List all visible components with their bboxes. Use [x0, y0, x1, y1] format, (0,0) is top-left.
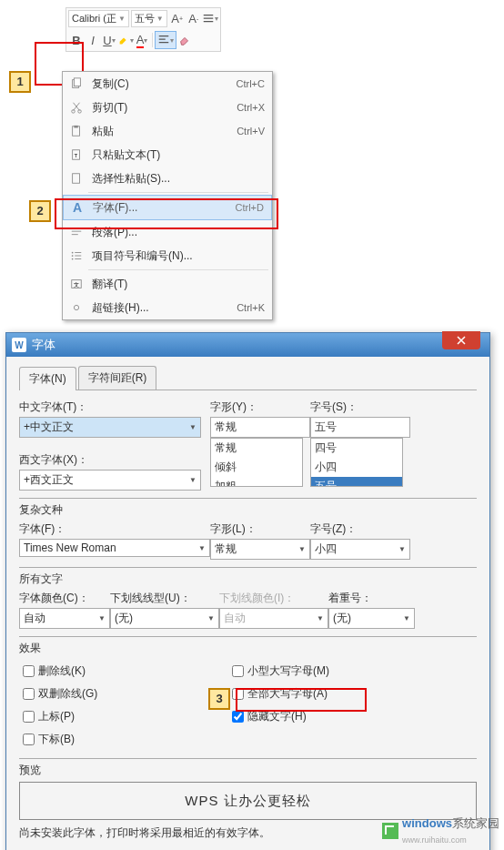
- menu-translate[interactable]: 文翻译(T): [63, 272, 272, 296]
- font-combo[interactable]: Calibri (正▼: [68, 10, 129, 27]
- svg-text:文: 文: [74, 281, 79, 288]
- label-size2: 字号(Z)：: [310, 521, 410, 537]
- step-3: 3: [208, 688, 230, 710]
- highlight-icon[interactable]: ▾: [117, 32, 134, 48]
- highlight-box-2: [55, 198, 278, 229]
- bullets-icon: [66, 249, 86, 262]
- font-dialog: W 字体 字体(N) 字符间距(R) 中文字体(T)： +中文正文▼ 西文字体(…: [5, 332, 490, 850]
- menu-paste-text[interactable]: T只粘贴文本(T): [63, 143, 272, 167]
- label-style: 字形(Y)：: [210, 400, 310, 415]
- ulcolor-combo: 自动▼: [219, 608, 328, 629]
- context-menu: 复制(C)Ctrl+C 剪切(T)Ctrl+X 粘贴Ctrl+V T只粘贴文本(…: [62, 71, 273, 320]
- size-combo[interactable]: 五号▼: [131, 10, 167, 27]
- paste-icon: [66, 125, 86, 137]
- underline-combo[interactable]: (无)▼: [110, 608, 219, 629]
- step-1: 1: [9, 71, 31, 93]
- label-effects: 效果: [19, 641, 477, 656]
- preview-box: WPS 让办公更轻松: [19, 782, 477, 820]
- grow-font-icon[interactable]: A+: [169, 11, 186, 27]
- line-spacing-icon[interactable]: ▾: [202, 11, 218, 27]
- toolbar: Calibri (正▼ 五号▼ A+ A- ▾ B I U▾ ▾ A▾ ▾: [66, 7, 221, 52]
- label-ulcolor: 下划线颜色(I)：: [219, 591, 328, 606]
- paste-special-icon: [66, 172, 86, 185]
- label-emph: 着重号：: [328, 591, 410, 606]
- paste-text-icon: T: [66, 148, 86, 161]
- dialog-header: W 字体: [6, 333, 489, 357]
- close-button[interactable]: [442, 331, 480, 349]
- label-alltext: 所有文字: [19, 572, 477, 587]
- cb-sub[interactable]: 下标(B): [19, 731, 228, 748]
- menu-paste[interactable]: 粘贴Ctrl+V: [63, 119, 272, 143]
- tab-spacing[interactable]: 字符间距(R): [78, 366, 157, 390]
- label-wfont: 西文字体(X)：: [19, 452, 210, 468]
- emph-combo[interactable]: (无)▼: [328, 608, 415, 629]
- svg-point-9: [72, 252, 74, 254]
- app-icon: W: [12, 338, 26, 352]
- link-icon: [66, 301, 86, 314]
- label-preview: 预览: [19, 763, 477, 778]
- label-cfont: 中文字体(T)：: [19, 400, 210, 415]
- watermark-icon: [382, 823, 398, 839]
- shrink-font-icon[interactable]: A-: [186, 11, 202, 27]
- wfont-combo[interactable]: +西文正文▼: [19, 470, 201, 491]
- menu-paste-special[interactable]: 选择性粘贴(S)...: [63, 167, 272, 190]
- cb-scaps[interactable]: 小型大写字母(M): [228, 663, 329, 680]
- cb-sup[interactable]: 上标(P): [19, 708, 228, 725]
- complex-size-combo[interactable]: 小四▼: [310, 539, 410, 560]
- font-color-icon[interactable]: A▾: [134, 32, 150, 48]
- style-list[interactable]: 常规 倾斜 加粗: [210, 438, 303, 487]
- svg-rect-8: [73, 174, 80, 184]
- label-underline: 下划线线型(U)：: [110, 591, 219, 606]
- svg-point-10: [72, 255, 74, 257]
- menu-cut[interactable]: 剪切(T)Ctrl+X: [63, 96, 272, 119]
- label-color: 字体颜色(C)：: [19, 591, 110, 606]
- watermark: windows系统家园 www.ruihaitu.com: [382, 815, 499, 845]
- menu-bullets[interactable]: 项目符号和编号(N)...: [63, 244, 272, 268]
- label-cfont2: 字体(F)：: [19, 521, 210, 537]
- eraser-icon[interactable]: [176, 32, 193, 48]
- menu-copy[interactable]: 复制(C)Ctrl+C: [63, 72, 272, 96]
- align-icon[interactable]: ▾: [155, 31, 176, 49]
- complex-font-combo[interactable]: Times New Roman▼: [19, 539, 210, 557]
- cb-dstrike[interactable]: 双删除线(G): [19, 685, 228, 703]
- color-combo[interactable]: 自动▼: [19, 608, 110, 629]
- tab-font[interactable]: 字体(N): [19, 367, 76, 390]
- size-list[interactable]: 四号 小四 五号: [310, 438, 403, 487]
- size-input[interactable]: 五号: [310, 417, 410, 438]
- cut-icon: [66, 101, 86, 114]
- svg-text:T: T: [74, 152, 77, 158]
- step-2: 2: [29, 200, 51, 222]
- cb-strike[interactable]: 删除线(K): [19, 663, 228, 680]
- cfont-combo[interactable]: +中文正文▼: [19, 417, 201, 438]
- label-complex: 复杂文种: [19, 502, 477, 518]
- italic-icon[interactable]: I: [85, 32, 101, 48]
- translate-icon: 文: [66, 278, 86, 290]
- svg-point-11: [72, 258, 74, 260]
- svg-rect-1: [74, 78, 80, 86]
- menu-hyperlink[interactable]: 超链接(H)...Ctrl+K: [63, 296, 272, 319]
- label-size: 字号(S)：: [310, 400, 410, 415]
- underline-icon[interactable]: U▾: [101, 32, 117, 48]
- style-input[interactable]: 常规: [210, 417, 310, 438]
- svg-rect-5: [74, 126, 77, 128]
- complex-style-combo[interactable]: 常规▼: [210, 539, 310, 560]
- highlight-box-3: [236, 688, 367, 712]
- dialog-title: 字体: [32, 337, 55, 353]
- label-style2: 字形(L)：: [210, 521, 310, 537]
- copy-icon: [66, 77, 86, 90]
